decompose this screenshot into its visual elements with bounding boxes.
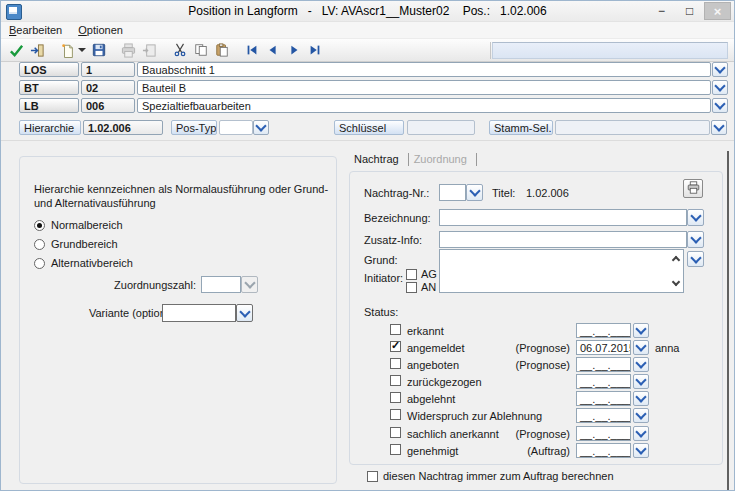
- grid-value-los[interactable]: 1: [81, 62, 135, 77]
- bezeichnung-dropdown-button[interactable]: [687, 209, 704, 226]
- chevron-down-icon: [635, 323, 646, 334]
- printer-icon: [121, 43, 136, 58]
- menu-optionen[interactable]: Optionen: [78, 24, 123, 36]
- new-dropdown-button[interactable]: [78, 40, 88, 60]
- print-longtext-button[interactable]: [683, 179, 703, 198]
- checkbox-icon[interactable]: [390, 427, 401, 438]
- nav-first-icon: [245, 43, 259, 57]
- pos-typ-dropdown-button[interactable]: [253, 120, 269, 135]
- status-date-dropdown-button[interactable]: [633, 426, 649, 441]
- checkbox-icon[interactable]: [390, 375, 401, 386]
- chevron-down-icon: [255, 120, 266, 131]
- status-date-dropdown-button[interactable]: [633, 323, 649, 338]
- copy-button[interactable]: [190, 40, 211, 60]
- variante-field[interactable]: [162, 304, 236, 322]
- bezeichnung-field[interactable]: [439, 209, 687, 226]
- status-date-dropdown-button[interactable]: [633, 357, 649, 372]
- grid-desc-bt[interactable]: Bauteil B: [137, 80, 711, 95]
- schluessel-label: Schlüssel: [334, 120, 404, 135]
- zusatz-info-label: Zusatz-Info:: [364, 234, 422, 246]
- checkbox-icon[interactable]: [390, 341, 401, 352]
- nav-next-button[interactable]: [283, 40, 304, 60]
- status-row-label: angeboten: [407, 359, 459, 371]
- status-date-dropdown-button[interactable]: [633, 408, 649, 423]
- status-label: Status:: [364, 306, 398, 318]
- panel-splitter[interactable]: [727, 151, 729, 491]
- paste-button[interactable]: [211, 40, 232, 60]
- checkbox-icon[interactable]: [390, 358, 401, 369]
- radio-alternativbereich[interactable]: Alternativbereich: [34, 257, 133, 269]
- status-date-field[interactable]: __.__.____: [576, 408, 631, 423]
- status-date-field[interactable]: __.__.____: [576, 443, 631, 458]
- grund-dropdown-button[interactable]: [687, 251, 704, 267]
- nachtrag-nr-label: Nachtrag-Nr.:: [364, 187, 429, 199]
- checkbox-icon: [367, 471, 378, 482]
- checkbox-an[interactable]: AN: [406, 281, 436, 293]
- grid-lb-dropdown-button[interactable]: [712, 98, 728, 113]
- status-date-dropdown-button[interactable]: [633, 340, 649, 355]
- chevron-down-icon: [469, 185, 480, 196]
- status-date-field[interactable]: __.__.____: [576, 374, 631, 389]
- status-date-dropdown-button[interactable]: [633, 374, 649, 389]
- checkbox-nachtrag-zum-auftrag[interactable]: diesen Nachtrag immer zum Auftrag berech…: [367, 470, 614, 482]
- radio-normalbereich[interactable]: Normalbereich: [34, 219, 123, 231]
- pos-typ-field[interactable]: [219, 120, 253, 135]
- stamm-sel-field[interactable]: [555, 120, 710, 135]
- hierarchy-label: Hierarchie: [19, 120, 81, 135]
- grid-desc-lb[interactable]: Spezialtiefbauarbeiten: [137, 98, 711, 113]
- checkbox-ag[interactable]: AG: [406, 268, 437, 280]
- tab-nachtrag[interactable]: Nachtrag: [349, 153, 409, 166]
- initiator-label: Initiator:: [364, 272, 403, 284]
- confirm-button[interactable]: [6, 40, 27, 60]
- pos-typ-label: Pos-Typ: [171, 120, 217, 135]
- close-button[interactable]: ×: [704, 2, 731, 20]
- grid-key-lb: LB: [19, 98, 79, 113]
- variante-dropdown-button[interactable]: [236, 304, 253, 322]
- grid-key-los: LOS: [19, 62, 79, 77]
- chevron-down-icon: [635, 357, 646, 368]
- titel-value: 1.02.006: [526, 187, 569, 199]
- grid-value-lb[interactable]: 006: [81, 98, 135, 113]
- grid-value-bt[interactable]: 02: [81, 80, 135, 95]
- nachtrag-nr-field[interactable]: [439, 184, 466, 201]
- status-date-dropdown-button[interactable]: [633, 443, 649, 458]
- new-button[interactable]: [57, 40, 78, 60]
- grid-los-dropdown-button[interactable]: [712, 62, 728, 77]
- status-date-field[interactable]: __.__.____: [576, 391, 631, 406]
- status-date-field[interactable]: __.__.____: [576, 323, 631, 338]
- exit-button[interactable]: [27, 40, 48, 60]
- grid-bt-dropdown-button[interactable]: [712, 80, 728, 95]
- grund-textarea[interactable]: [439, 249, 684, 293]
- hierarchy-groupbox: Hierarchie kennzeichnen als Normalausfüh…: [19, 156, 337, 484]
- nav-prev-button[interactable]: [262, 40, 283, 60]
- minimize-button[interactable]: −: [648, 2, 675, 20]
- cut-button[interactable]: [169, 40, 190, 60]
- checkbox-icon[interactable]: [390, 444, 401, 455]
- nav-first-button[interactable]: [241, 40, 262, 60]
- checkbox-icon[interactable]: [390, 324, 401, 335]
- exit-door-icon: [30, 43, 45, 58]
- status-date-field[interactable]: 06.07.2015: [576, 340, 631, 355]
- grid-desc-los[interactable]: Bauabschnitt 1: [137, 62, 711, 77]
- checkbox-icon[interactable]: [390, 409, 401, 420]
- scissors-icon: [173, 43, 187, 57]
- checkbox-icon[interactable]: [390, 392, 401, 403]
- maximize-button[interactable]: □: [676, 2, 703, 20]
- hierarchy-value[interactable]: 1.02.006: [83, 120, 163, 135]
- menu-bearbeiten[interactable]: Bearbeiten: [9, 24, 62, 36]
- grund-label: Grund:: [364, 254, 398, 266]
- save-button[interactable]: [88, 40, 109, 60]
- nachtrag-nr-dropdown-button[interactable]: [466, 184, 483, 201]
- tab-zuordnung[interactable]: Zuordnung: [409, 153, 477, 166]
- status-date-dropdown-button[interactable]: [633, 391, 649, 406]
- schluessel-field[interactable]: [407, 120, 475, 135]
- nav-last-icon: [308, 43, 322, 57]
- zusatz-info-dropdown-button[interactable]: [687, 231, 704, 248]
- status-date-field[interactable]: __.__.____: [576, 426, 631, 441]
- stamm-sel-dropdown-button[interactable]: [711, 120, 727, 135]
- separator-line: [1, 140, 734, 141]
- nav-last-button[interactable]: [304, 40, 325, 60]
- zusatz-info-field[interactable]: [439, 231, 687, 248]
- radio-grundbereich[interactable]: Grundbereich: [34, 238, 118, 250]
- status-date-field[interactable]: __.__.____: [576, 357, 631, 372]
